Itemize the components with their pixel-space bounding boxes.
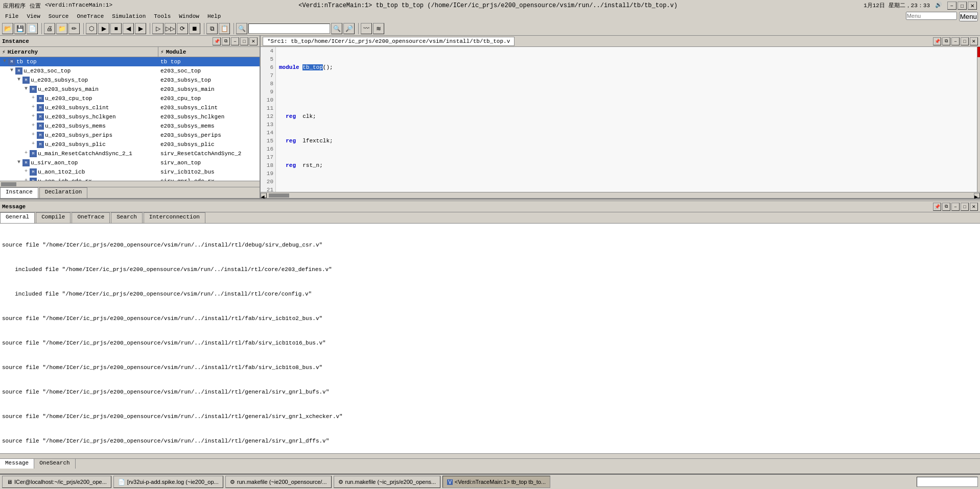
msg-hscrollbar[interactable] xyxy=(0,453,980,458)
maximize-button[interactable]: □ xyxy=(958,2,967,10)
tb-next-button[interactable]: ▶ xyxy=(135,23,146,34)
tb-sim4-button[interactable]: ⏹ xyxy=(189,23,200,34)
tb-open-button[interactable]: 📂 xyxy=(2,23,13,34)
expand-icon-11[interactable]: ▼ xyxy=(15,159,22,166)
expand-icon-7[interactable]: + xyxy=(30,123,37,130)
instance-hscroll-thumb[interactable] xyxy=(1,182,16,186)
tb-new-button[interactable]: 📄 xyxy=(27,23,38,34)
instance-tree[interactable]: ▼ M tb top tb top ▼ M u_e203_soc_top e20… xyxy=(0,57,260,181)
expand-icon-8[interactable]: + xyxy=(30,132,37,139)
tb-sim2-button[interactable]: ▷▷ xyxy=(165,23,176,34)
tb-prev-button[interactable]: ◀ xyxy=(123,23,134,34)
tab-declaration[interactable]: Declaration xyxy=(39,187,88,198)
instance-close-button[interactable]: ✕ xyxy=(249,37,258,45)
tb-search-next-button[interactable]: 🔎 xyxy=(343,23,355,34)
menu-tools[interactable]: Tools xyxy=(151,12,174,20)
msg-btm-tab-message[interactable]: Message xyxy=(0,459,34,469)
msg-detach-button[interactable]: ⧉ xyxy=(942,203,950,211)
expand-icon-9[interactable]: + xyxy=(30,141,37,148)
tb-save-button[interactable]: 💾 xyxy=(14,23,26,34)
app-menu[interactable]: 应用程序 xyxy=(3,2,26,10)
taskbar-item-0[interactable]: 🖥 ICer@localhost:~/ic_prjs/e200_ope... xyxy=(2,476,111,488)
tb-btn-3[interactable]: ⬡ xyxy=(86,23,97,34)
scroll-right-btn[interactable]: ▶ xyxy=(974,193,980,198)
source-hscrollbar[interactable]: ◀ ▶ xyxy=(261,192,980,198)
source-detach-button[interactable]: ⧉ xyxy=(942,37,950,45)
menu-window[interactable]: Window xyxy=(176,12,202,20)
expand-icon-5[interactable]: + xyxy=(30,104,37,111)
table-row[interactable]: + M u_e203_subsys_mems e203_subsys_mems xyxy=(0,121,260,131)
msg-min-button[interactable]: − xyxy=(951,203,960,211)
table-row[interactable]: + M u_e203_subsys_hclkgen e203_subsys_hc… xyxy=(0,112,260,121)
msg-tab-onetrace[interactable]: OneTrace xyxy=(72,212,110,223)
source-close-button[interactable]: ✕ xyxy=(970,37,978,45)
table-row[interactable]: + M u_e203_subsys_clint e203_subsys_clin… xyxy=(0,103,260,112)
msg-btm-tab-onesearch[interactable]: OneSearch xyxy=(34,459,75,469)
table-row[interactable]: ▼ M u_e203_subsys_main e203_subsys_main xyxy=(0,85,260,94)
menu-search-input[interactable] xyxy=(906,12,957,20)
table-row[interactable]: + M u_aon_icb_cdc_rx sirv_gnrl_cdc_rx xyxy=(0,177,260,181)
table-row[interactable]: ▼ M u_sirv_aon_top sirv_aon_top xyxy=(0,158,260,167)
close-button[interactable]: ✕ xyxy=(968,2,977,10)
expand-icon-2[interactable]: ▼ xyxy=(15,77,22,84)
source-tab-1[interactable]: *Src1: tb_top/home/ICer/ic_prjs/e200_ope… xyxy=(263,37,515,46)
msg-pin-button[interactable]: 📌 xyxy=(933,203,941,211)
source-max-button[interactable]: □ xyxy=(961,37,969,45)
tb-stop-button[interactable]: ■ xyxy=(110,23,122,34)
expand-icon-3[interactable]: ▼ xyxy=(22,86,30,93)
table-row[interactable]: + M u_e203_subsys_perips e203_subsys_per… xyxy=(0,131,260,140)
msg-tab-general[interactable]: General xyxy=(0,212,35,223)
scroll-left-btn[interactable]: ◀ xyxy=(261,193,267,198)
tb-sim3-button[interactable]: ⟳ xyxy=(177,23,188,34)
tab-instance[interactable]: Instance xyxy=(0,187,38,198)
table-row[interactable]: ▼ M u_e203_soc_top e203_soc_top xyxy=(0,66,260,76)
instance-min-button[interactable]: − xyxy=(231,37,239,45)
msg-tab-interconnection[interactable]: Interconnection xyxy=(144,212,205,223)
tb-paste-button[interactable]: 📋 xyxy=(219,23,230,34)
instance-detach-button[interactable]: ⧉ xyxy=(222,37,230,45)
table-row[interactable]: + M u_main_ResetCatchAndSync_2_1 sirv_Re… xyxy=(0,149,260,158)
taskbar-item-1[interactable]: 📄 [rv32ui-p-add.spike.log (~ie200_op... xyxy=(113,476,223,488)
tb-copy-button[interactable]: ⧉ xyxy=(206,23,218,34)
tb-search-button[interactable]: 🔍 xyxy=(236,23,247,34)
source-code-area[interactable]: 4 5 6 7 8 9 10 11 12 13 14 15 16 17 18 1… xyxy=(261,47,980,192)
tb-wave-button[interactable]: 〰 xyxy=(361,23,372,34)
expand-icon-4[interactable]: + xyxy=(30,95,37,102)
table-row[interactable]: + M u_aon_1to2_icb sirv_icb1to2_bus xyxy=(0,167,260,177)
menu-right-button[interactable]: Menu xyxy=(959,12,978,21)
tb-sim1-button[interactable]: ▷ xyxy=(152,23,164,34)
hscroll-thumb[interactable] xyxy=(269,193,289,198)
instance-max-button[interactable]: □ xyxy=(240,37,248,45)
tb-signal-button[interactable]: ≋ xyxy=(373,23,384,34)
table-row[interactable]: + M u_e203_subsys_plic e203_subsys_plic xyxy=(0,140,260,149)
msg-tab-search[interactable]: Search xyxy=(111,212,143,223)
expand-icon-6[interactable]: + xyxy=(30,113,37,120)
taskbar-item-4[interactable]: V <Verdi:nTraceMain:1> tb_top tb_to... xyxy=(442,476,550,488)
message-content[interactable]: source file "/home/ICer/ic_prjs/e200_ope… xyxy=(0,224,980,453)
table-row[interactable]: + M u_e203_cpu_top e203_cpu_top xyxy=(0,94,260,103)
menu-file[interactable]: File xyxy=(2,12,21,20)
menu-source[interactable]: Source xyxy=(45,12,72,20)
table-row[interactable]: ▼ M u_e203_subsys_top e203_subsys_top xyxy=(0,76,260,85)
window-id[interactable]: <Verdi:nTraceMain:1> xyxy=(45,2,112,10)
table-row[interactable]: ▼ M tb top tb top xyxy=(0,57,260,66)
minimize-button[interactable]: − xyxy=(947,2,956,10)
taskbar-input[interactable] xyxy=(917,477,978,487)
source-min-button[interactable]: − xyxy=(951,37,960,45)
tb-open2-button[interactable]: 📁 xyxy=(56,23,67,34)
msg-close-button[interactable]: ✕ xyxy=(970,203,978,211)
toolbar-search-input[interactable] xyxy=(248,23,330,34)
menu-simulation[interactable]: Simulation xyxy=(109,12,149,20)
menu-view[interactable]: View xyxy=(24,12,43,20)
msg-tab-compile[interactable]: Compile xyxy=(36,212,71,223)
expand-icon-12[interactable]: + xyxy=(22,168,30,176)
tb-run-button[interactable]: ▶ xyxy=(98,23,109,34)
expand-icon-0[interactable]: ▼ xyxy=(1,58,8,65)
instance-pin-button[interactable]: 📌 xyxy=(213,37,221,45)
expand-icon-1[interactable]: ▼ xyxy=(8,67,15,75)
tb-search-go-button[interactable]: 🔍 xyxy=(331,23,342,34)
taskbar-item-2[interactable]: ⚙ run.makefile (~ie200_opensource/... xyxy=(225,476,332,488)
instance-hscrollbar[interactable] xyxy=(0,181,260,187)
tb-edit-button[interactable]: ✏ xyxy=(68,23,80,34)
expand-icon-10[interactable]: + xyxy=(22,150,30,157)
